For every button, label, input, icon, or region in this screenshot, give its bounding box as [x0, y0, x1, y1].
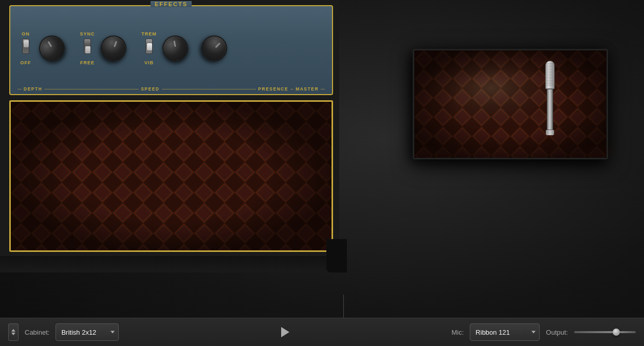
- mic-base: [546, 130, 554, 135]
- amp-bottom: [0, 256, 339, 272]
- toggle-body: [22, 39, 29, 54]
- trem-vib-group: TREM VIB: [140, 31, 158, 65]
- speed-knob[interactable]: [97, 31, 130, 64]
- corner-piece: [326, 239, 347, 272]
- output-slider-thumb[interactable]: [613, 329, 620, 336]
- presence-label: PRESENCE: [258, 86, 288, 92]
- mic-dropdown-wrapper: Ribbon 121 Condenser 87 Dynamic 57 Small…: [470, 323, 540, 341]
- grille-fabric: [11, 102, 332, 250]
- mic-body: [547, 89, 553, 130]
- speaker-grille: [9, 100, 333, 252]
- microphone: [542, 61, 558, 151]
- labels-row: DEPTH SPEED PRESENCE MASTER: [17, 86, 325, 92]
- sync-toggle-lever: [85, 46, 90, 53]
- cabinet-reflection: [418, 138, 613, 154]
- svg-rect-6: [11, 102, 332, 250]
- speed-group: [101, 35, 126, 61]
- amp-body: EFFECTS ON OFF SYNC: [0, 0, 339, 272]
- stepper-up-icon: [11, 329, 15, 332]
- sync-free-group: SYNC FREE: [78, 31, 97, 65]
- effects-controls: ON OFF SYNC FREE: [16, 13, 326, 83]
- mic-head: [545, 61, 555, 89]
- trem-vib-toggle[interactable]: [143, 39, 155, 58]
- line4: [290, 89, 293, 89]
- presence-knob[interactable]: [160, 33, 190, 63]
- master-label: MASTER: [296, 86, 319, 92]
- toggle-lever: [24, 40, 29, 47]
- depth-knob[interactable]: [34, 30, 69, 65]
- sync-toggle-body: [84, 39, 91, 54]
- cabinet-label: Cabinet:: [25, 329, 49, 336]
- depth-label: DEPTH: [24, 86, 42, 92]
- sync-free-toggle[interactable]: [82, 39, 93, 58]
- trem-toggle-lever: [147, 43, 152, 50]
- trem-toggle-body: [145, 39, 153, 54]
- bottom-bar: Cabinet: British 2x12 American 4x10 Vint…: [0, 318, 644, 346]
- line2: [44, 89, 139, 89]
- on-label: ON: [22, 31, 30, 37]
- cabinet-select[interactable]: British 2x12 American 4x10 Vintage 2x12 …: [56, 323, 119, 341]
- mic-select[interactable]: Ribbon 121 Condenser 87 Dynamic 57 Small…: [470, 323, 540, 341]
- stepper-down-icon: [11, 333, 15, 335]
- trem-label: TREM: [141, 31, 157, 37]
- master-group: [201, 35, 227, 61]
- master-knob[interactable]: [196, 30, 233, 66]
- cabinet-stepper[interactable]: [8, 323, 19, 341]
- line5: [321, 89, 325, 89]
- depth-group: [39, 35, 65, 61]
- sync-label: SYNC: [80, 31, 95, 37]
- on-off-toggle[interactable]: [20, 39, 31, 58]
- cabinet-dropdown-wrapper: British 2x12 American 4x10 Vintage 2x12 …: [56, 323, 119, 341]
- on-off-group: ON OFF: [16, 31, 35, 65]
- play-icon: [281, 327, 289, 337]
- speed-label: SPEED: [141, 86, 159, 92]
- free-label: FREE: [80, 60, 95, 65]
- play-button[interactable]: [278, 325, 292, 339]
- effects-panel: EFFECTS ON OFF SYNC: [9, 5, 333, 95]
- line3: [162, 89, 256, 89]
- output-slider-track[interactable]: [574, 331, 636, 333]
- output-label: Output:: [546, 329, 568, 336]
- effects-label: EFFECTS: [151, 1, 192, 7]
- mic-label: Mic:: [452, 329, 464, 336]
- grille-pattern: [11, 102, 332, 250]
- off-label: OFF: [21, 60, 31, 65]
- presence-group: [162, 35, 188, 61]
- line1: [17, 89, 22, 89]
- vib-label: VIB: [144, 60, 154, 65]
